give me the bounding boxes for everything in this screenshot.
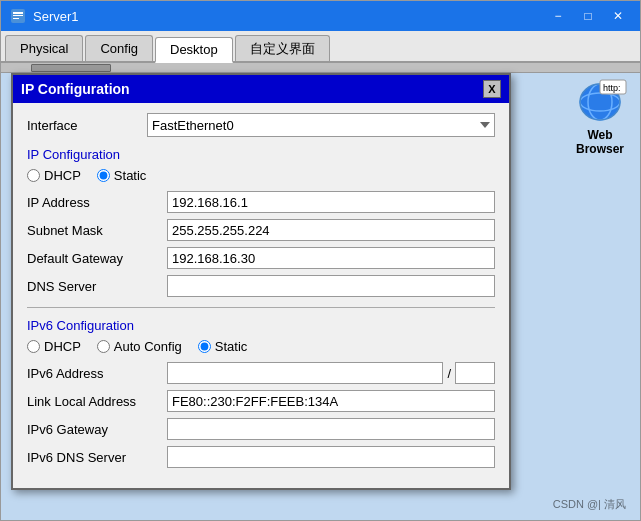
ipv6-dns-input[interactable] — [167, 446, 495, 468]
web-browser-label: Web Browser — [576, 128, 624, 156]
link-local-label: Link Local Address — [27, 394, 167, 409]
dialog-body: Interface FastEthernet0 IP Configuration… — [13, 103, 509, 488]
default-gateway-row: Default Gateway — [27, 247, 495, 269]
ipv6-radio-row: DHCP Auto Config Static — [27, 339, 495, 354]
interface-row: Interface FastEthernet0 — [27, 113, 495, 137]
ipv4-section-label: IP Configuration — [27, 147, 495, 162]
interface-label: Interface — [27, 118, 147, 133]
tab-custom[interactable]: 自定义界面 — [235, 35, 330, 61]
ipv6-auto-radio-label[interactable]: Auto Config — [97, 339, 182, 354]
ipv6-address-input[interactable] — [167, 362, 443, 384]
ip-config-dialog: IP Configuration X Interface FastEtherne… — [11, 73, 511, 490]
ip-address-input[interactable] — [167, 191, 495, 213]
svg-text:http:: http: — [603, 83, 621, 93]
ipv6-dns-row: IPv6 DNS Server — [27, 446, 495, 468]
ipv6-dns-label: IPv6 DNS Server — [27, 450, 167, 465]
subnet-mask-input[interactable] — [167, 219, 495, 241]
ipv6-address-label: IPv6 Address — [27, 366, 167, 381]
tab-config[interactable]: Config — [85, 35, 153, 61]
ipv6-gateway-row: IPv6 Gateway — [27, 418, 495, 440]
tab-bar: Physical Config Desktop 自定义界面 — [1, 31, 640, 63]
ipv6-dhcp-radio[interactable] — [27, 340, 40, 353]
ipv6-prefix-input[interactable] — [455, 362, 495, 384]
dns-server-label: DNS Server — [27, 279, 167, 294]
tab-physical[interactable]: Physical — [5, 35, 83, 61]
section-divider — [27, 307, 495, 308]
ip-address-label: IP Address — [27, 195, 167, 210]
svg-rect-3 — [13, 18, 19, 19]
dialog-close-button[interactable]: X — [483, 80, 501, 98]
subnet-mask-row: Subnet Mask — [27, 219, 495, 241]
main-content: http: Web Browser IP Configuration X Int… — [1, 63, 640, 520]
window-controls: − □ ✕ — [544, 6, 632, 26]
ipv6-address-row: IPv6 Address / — [27, 362, 495, 384]
tab-desktop[interactable]: Desktop — [155, 37, 233, 63]
window-icon — [9, 7, 27, 25]
close-button[interactable]: ✕ — [604, 6, 632, 26]
dialog-title-text: IP Configuration — [21, 81, 130, 97]
prefix-slash: / — [443, 366, 455, 381]
ipv6-static-radio[interactable] — [198, 340, 211, 353]
maximize-button[interactable]: □ — [574, 6, 602, 26]
scroll-thumb[interactable] — [31, 64, 111, 72]
dhcp-radio-label[interactable]: DHCP — [27, 168, 81, 183]
dhcp-radio[interactable] — [27, 169, 40, 182]
interface-select[interactable]: FastEthernet0 — [147, 113, 495, 137]
svg-rect-2 — [13, 15, 23, 16]
subnet-mask-label: Subnet Mask — [27, 223, 167, 238]
web-browser-icon-area[interactable]: http: Web Browser — [570, 73, 630, 156]
link-local-row: Link Local Address — [27, 390, 495, 412]
ip-address-row: IP Address — [27, 191, 495, 213]
static-radio[interactable] — [97, 169, 110, 182]
ipv6-gateway-input[interactable] — [167, 418, 495, 440]
link-local-input[interactable] — [167, 390, 495, 412]
window-title: Server1 — [33, 9, 544, 24]
title-bar: Server1 − □ ✕ — [1, 1, 640, 31]
main-window: Server1 − □ ✕ Physical Config Desktop 自定… — [0, 0, 641, 521]
watermark: CSDN @| 清风 — [553, 497, 626, 512]
ipv6-gateway-label: IPv6 Gateway — [27, 422, 167, 437]
dns-server-row: DNS Server — [27, 275, 495, 297]
ipv6-auto-radio[interactable] — [97, 340, 110, 353]
ipv6-section-label: IPv6 Configuration — [27, 318, 495, 333]
default-gateway-label: Default Gateway — [27, 251, 167, 266]
ipv6-static-radio-label[interactable]: Static — [198, 339, 248, 354]
horizontal-scrollbar[interactable] — [1, 63, 640, 73]
ipv6-dhcp-radio-label[interactable]: DHCP — [27, 339, 81, 354]
static-radio-label[interactable]: Static — [97, 168, 147, 183]
default-gateway-input[interactable] — [167, 247, 495, 269]
ipv4-radio-row: DHCP Static — [27, 168, 495, 183]
dialog-title-bar: IP Configuration X — [13, 75, 509, 103]
dns-server-input[interactable] — [167, 275, 495, 297]
minimize-button[interactable]: − — [544, 6, 572, 26]
svg-rect-1 — [13, 12, 23, 14]
web-browser-icon: http: — [570, 73, 630, 128]
